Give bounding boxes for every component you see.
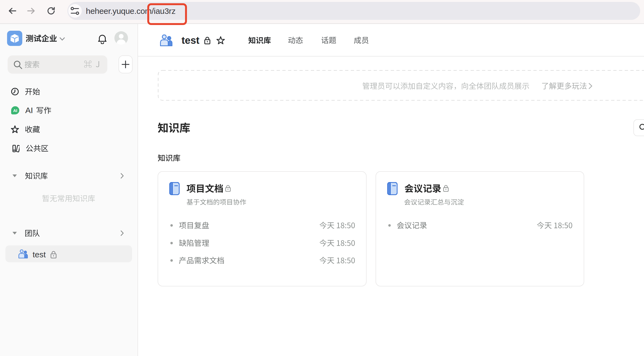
svg-text:AI: AI [13, 108, 17, 113]
